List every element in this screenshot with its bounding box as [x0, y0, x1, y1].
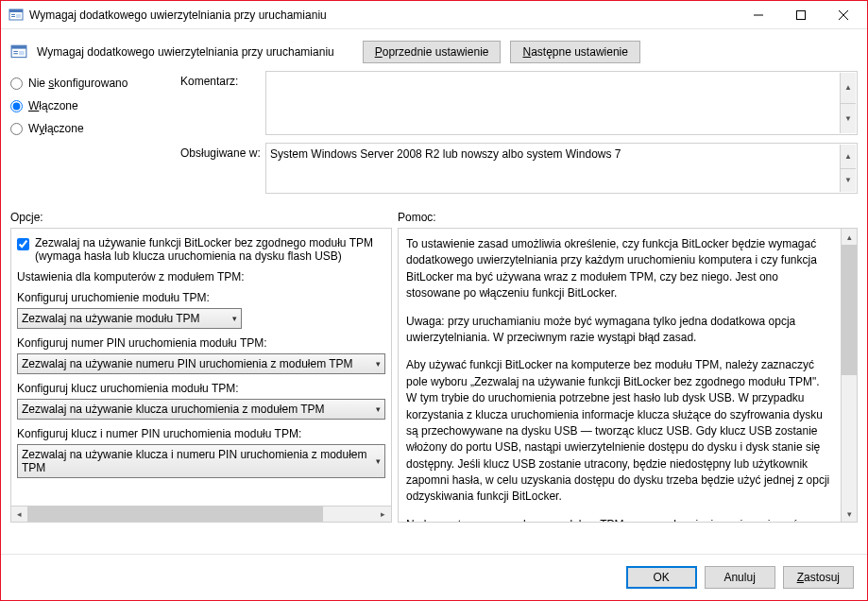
close-button[interactable] — [825, 1, 867, 28]
comment-label: Komentarz: — [180, 71, 265, 135]
tpm-key-combo[interactable]: Zezwalaj na używanie klucza uruchomienia… — [17, 399, 385, 420]
help-text: To ustawienie zasad umożliwia określenie… — [399, 229, 841, 522]
scroll-left-button[interactable]: ◂ — [11, 507, 27, 522]
page-title: Wymagaj dodatkowego uwierzytelniania prz… — [37, 45, 334, 59]
tpm-pin-combo[interactable]: Zezwalaj na używanie numeru PIN uruchomi… — [17, 353, 385, 374]
configure-pin-label: Konfiguruj numer PIN uruchomienia modułu… — [17, 336, 385, 350]
scroll-up-button[interactable]: ▴ — [842, 229, 857, 245]
supported-label: Obsługiwane w: — [180, 143, 265, 194]
cancel-button[interactable]: Anuluj — [705, 566, 775, 589]
svg-rect-1 — [9, 9, 23, 12]
svg-rect-12 — [13, 53, 18, 54]
options-pane: Zezwalaj na używanie funkcji BitLocker b… — [10, 228, 392, 523]
next-setting-button[interactable]: Następne ustawienie — [510, 41, 639, 63]
svg-rect-11 — [13, 51, 18, 52]
footer: OK Anuluj Zastosuj — [1, 554, 867, 600]
radio-disabled[interactable]: Wyłączone — [10, 122, 180, 135]
header: Wymagaj dodatkowego uwierzytelniania prz… — [1, 29, 867, 71]
prev-setting-button[interactable]: Poprzednie ustawienie — [363, 41, 502, 63]
tpm-key-pin-combo[interactable]: Zezwalaj na używanie klucza i numeru PIN… — [17, 444, 385, 478]
chevron-down-icon: ▾ — [376, 359, 381, 369]
scroll-thumb[interactable] — [842, 245, 857, 375]
options-heading: Opcje: — [10, 211, 398, 224]
tpm-startup-combo[interactable]: Zezwalaj na używanie modułu TPM▾ — [17, 308, 242, 329]
radio-not-configured[interactable]: Nie skonfigurowano — [10, 77, 180, 90]
svg-rect-2 — [11, 14, 15, 15]
svg-rect-13 — [19, 51, 25, 56]
comment-spinner[interactable]: ▲▼ — [840, 73, 856, 133]
help-heading: Pomoc: — [398, 211, 436, 224]
supported-spinner[interactable]: ▲▼ — [840, 145, 856, 192]
app-icon — [9, 8, 24, 23]
policy-icon — [10, 43, 27, 60]
configure-key-pin-label: Konfiguruj klucz i numer PIN uruchomieni… — [17, 427, 385, 440]
configure-tpm-startup-label: Konfiguruj uruchomienie modułu TPM: — [17, 291, 385, 304]
supported-on-text: System Windows Server 2008 R2 lub nowszy… — [270, 147, 853, 161]
state-radios: Nie skonfigurowano Włączone Wyłączone — [10, 71, 180, 201]
maximize-button[interactable] — [782, 1, 825, 28]
radio-enabled[interactable]: Włączone — [10, 99, 180, 112]
scroll-thumb[interactable] — [27, 507, 323, 522]
svg-rect-4 — [16, 14, 21, 18]
comment-input[interactable]: ▲▼ — [265, 71, 858, 135]
svg-rect-10 — [11, 45, 26, 48]
supported-on-box: System Windows Server 2008 R2 lub nowszy… — [265, 143, 858, 194]
help-pane: To ustawienie zasad umożliwia określenie… — [398, 228, 858, 523]
window-title: Wymagaj dodatkowego uwierzytelniania prz… — [29, 9, 327, 22]
chevron-down-icon: ▾ — [376, 404, 381, 414]
titlebar: Wymagaj dodatkowego uwierzytelniania prz… — [1, 1, 867, 29]
allow-without-tpm-checkbox[interactable]: Zezwalaj na używanie funkcji BitLocker b… — [17, 236, 385, 263]
configure-key-label: Konfiguruj klucz uruchomienia modułu TPM… — [17, 382, 385, 395]
ok-button[interactable]: OK — [626, 566, 697, 589]
help-vertical-scrollbar[interactable]: ▴ ▾ — [841, 229, 857, 522]
apply-button[interactable]: Zastosuj — [783, 566, 854, 589]
svg-rect-6 — [796, 10, 805, 19]
minimize-button[interactable] — [740, 1, 782, 28]
chevron-down-icon: ▾ — [376, 456, 381, 466]
tpm-settings-label: Ustawienia dla komputerów z modułem TPM: — [17, 270, 385, 283]
scroll-down-button[interactable]: ▾ — [842, 506, 857, 522]
svg-rect-3 — [11, 16, 15, 17]
scroll-right-button[interactable]: ▸ — [375, 507, 391, 522]
options-horizontal-scrollbar[interactable]: ◂ ▸ — [11, 506, 391, 522]
chevron-down-icon: ▾ — [232, 314, 237, 323]
